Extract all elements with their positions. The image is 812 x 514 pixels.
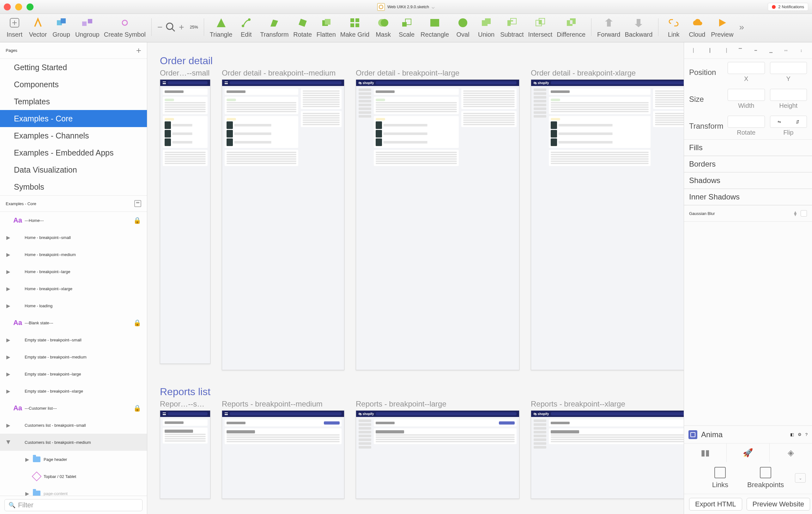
toolbar-overflow-icon[interactable]: » [739,22,744,32]
blur-stepper-icon[interactable]: ▲▼ [793,211,798,216]
distribute-v-icon[interactable]: ↕ [798,47,805,54]
disclosure-triangle-icon[interactable]: ▶ [25,456,30,462]
disclosure-triangle-icon[interactable]: ▶ [6,354,11,360]
forward-button[interactable]: Forward [597,16,620,38]
preview-website-button[interactable]: Preview Website [747,498,810,511]
page-item[interactable]: Examples - Core [0,110,147,127]
intersect-tool[interactable]: Intersect [528,16,553,38]
artboard[interactable]: Order…--small [160,68,210,370]
page-item[interactable]: Getting Started [0,59,147,76]
disclosure-triangle-icon[interactable]: ▶ [25,491,30,496]
anima-help-icon[interactable]: ? [805,432,808,437]
add-page-button[interactable]: + [136,46,141,56]
artboard[interactable]: Repor…--small [160,400,210,499]
width-input[interactable] [728,89,765,101]
inspector-section[interactable]: Inner Shadows [684,189,812,205]
group-button[interactable]: Group [52,16,71,38]
difference-tool[interactable]: Difference [557,16,585,38]
canvas[interactable]: Order detailOrder…--smallOrder detail - … [147,42,684,514]
page-item[interactable]: Examples - Channels [0,127,147,144]
artboard[interactable]: Reports - breakpoint--xlarge🛍 shopify [531,400,684,499]
artboard-thumbnail[interactable] [160,79,210,364]
scale-tool[interactable]: Scale [397,16,416,38]
layer-row[interactable]: ▶page-content [0,485,147,496]
artboard[interactable]: Order detail - breakpoint--medium [222,68,344,370]
artboard-thumbnail[interactable]: 🛍 shopify [531,410,684,499]
anima-settings-icon[interactable]: ⚙ [798,432,802,437]
inspector-section[interactable]: Shadows [684,172,812,189]
title-dropdown-chevron[interactable]: ⌵ [432,4,435,10]
layer-row[interactable]: ▶Aa---Blank state---🔒 [0,314,147,331]
mask-tool[interactable]: Mask [374,16,393,38]
layer-row[interactable]: ▶Customers list - breakpoint--medium [0,434,147,451]
cloud-button[interactable]: Cloud [688,16,706,38]
position-y-input[interactable] [770,62,807,74]
disclosure-triangle-icon[interactable]: ▶ [6,286,11,292]
lock-icon[interactable]: 🔒 [133,319,141,326]
zoom-magnifier-icon[interactable] [165,22,176,33]
union-tool[interactable]: Union [477,16,496,38]
anima-panel-icon[interactable]: ◧ [790,432,794,437]
align-right-icon[interactable]: ▕ [721,47,729,54]
page-item[interactable]: Templates [0,93,147,110]
oval-tool[interactable]: Oval [454,16,472,38]
align-top-icon[interactable]: ▔ [736,47,744,54]
align-vcenter-icon[interactable]: ━ [752,47,759,54]
layer-row[interactable]: ▶Home - breakpoint--small [0,229,147,246]
page-item[interactable]: Examples - Embedded Apps [0,144,147,161]
layer-row[interactable]: ▶Home - breakpoint--medium [0,246,147,263]
artboard[interactable]: Reports - breakpoint--large🛍 shopify [356,400,519,499]
position-x-input[interactable] [728,62,765,74]
artboard[interactable]: Order detail - breakpoint-xlarge🛍 shopif… [531,68,684,370]
make-grid-tool[interactable]: Make Grid [340,16,369,38]
rotate-tool[interactable]: Rotate [293,16,312,38]
gaussian-blur-section[interactable]: Gaussian Blur ▲▼ [684,205,812,222]
lock-icon[interactable]: 🔒 [133,217,141,224]
layer-row[interactable]: ▶Empty state - breakpoint--xlarge [0,382,147,400]
artboard-thumbnail[interactable] [160,410,210,499]
artboard-thumbnail[interactable] [222,410,344,499]
disclosure-triangle-icon[interactable]: ▶ [6,422,11,428]
layer-row[interactable]: ▶Empty state - breakpoint--medium [0,348,147,365]
filter-input[interactable]: 🔍 Filter [4,499,143,511]
backward-button[interactable]: Backward [625,16,652,38]
layer-row[interactable]: ▶Empty state - breakpoint--small [0,331,147,348]
height-input[interactable] [770,89,807,101]
inspector-section[interactable]: Fills [684,139,812,156]
layer-row[interactable]: ▶Aa---Home---🔒 [0,212,147,229]
align-hcenter-icon[interactable]: ┃ [706,47,714,54]
link-button[interactable]: Link [664,16,683,38]
artboard-thumbnail[interactable]: 🛍 shopify [356,79,519,370]
anima-tab-layout[interactable]: ▮▮ [684,444,727,462]
rotate-input[interactable] [728,116,765,128]
layer-row[interactable]: ▶Page header [0,451,147,468]
disclosure-triangle-icon[interactable]: ▶ [6,269,11,275]
align-bottom-icon[interactable]: ▁ [767,47,775,54]
create-symbol-button[interactable]: Create Symbol [104,16,146,38]
disclosure-triangle-icon[interactable]: ▶ [6,440,12,445]
anima-tab-interaction[interactable]: ◈ [770,444,812,462]
blur-checkbox[interactable] [801,210,807,217]
anima-tab-prototype[interactable]: 🚀 [727,444,770,462]
layer-row[interactable]: ▶Topbar / 02 Tablet [0,468,147,485]
ungroup-button[interactable]: Ungroup [75,16,99,38]
zoom-in-button[interactable]: + [179,22,184,32]
vector-tool-button[interactable]: Vector [28,16,48,38]
flatten-tool[interactable]: Flatten [317,16,336,38]
layer-row[interactable]: ▶Aa---Customer list---🔒 [0,400,147,417]
transform-tool[interactable]: Transform [260,16,288,38]
disclosure-triangle-icon[interactable]: ▶ [6,337,11,343]
artboard[interactable]: Order detail - breakpoint--large🛍 shopif… [356,68,519,370]
collapse-layers-icon[interactable] [134,200,141,207]
page-item[interactable]: Data Visualization [0,161,147,178]
triangle-tool[interactable]: Triangle [210,16,233,38]
artboard-thumbnail[interactable]: 🛍 shopify [356,410,519,499]
layer-row[interactable]: ▶Home - loading [0,297,147,314]
layer-row[interactable]: ▶Empty state - breakpoint--large [0,365,147,382]
subtract-tool[interactable]: Subtract [500,16,524,38]
preview-button[interactable]: Preview [711,16,733,38]
export-html-button[interactable]: Export HTML [689,498,742,511]
align-left-icon[interactable]: ▏ [691,47,699,54]
insert-button[interactable]: Insert [5,16,24,38]
zoom-percent[interactable]: 25% [190,25,198,29]
